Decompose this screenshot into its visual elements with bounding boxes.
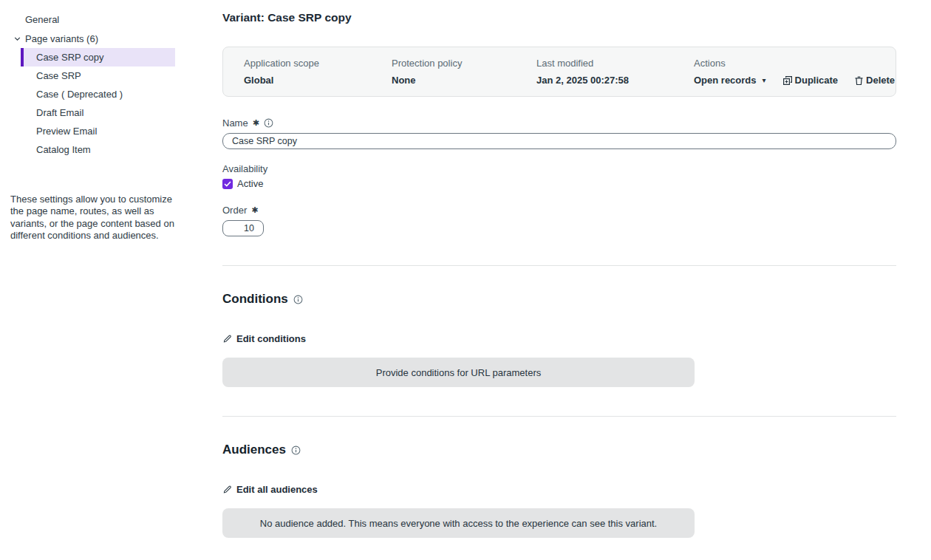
name-field-group: Name ✱: [222, 117, 896, 149]
sidebar-item-label: Preview Email: [36, 126, 97, 137]
sidebar-item-general[interactable]: General: [0, 10, 192, 29]
required-asterisk-icon: ✱: [251, 206, 258, 214]
section-divider: [222, 265, 896, 266]
summary-application-scope: Application scope Global: [244, 58, 392, 86]
sidebar-item-preview-email[interactable]: Preview Email: [21, 122, 175, 140]
page-title: Variant: Case SRP copy: [222, 11, 896, 24]
info-icon[interactable]: [291, 445, 301, 455]
caret-down-icon: ▾: [763, 76, 766, 84]
audiences-heading-row: Audiences: [222, 443, 896, 457]
summary-value: Global: [244, 75, 392, 86]
order-field-group: Order ✱: [222, 205, 896, 236]
open-records-dropdown[interactable]: Open records ▾: [694, 75, 766, 86]
main-content: Variant: Case SRP copy Application scope…: [222, 0, 896, 560]
summary-value: None: [392, 75, 536, 86]
name-input[interactable]: [222, 133, 896, 149]
required-asterisk-icon: ✱: [253, 119, 259, 127]
active-checkbox[interactable]: [222, 179, 233, 189]
page: General Page variants (6) Case SRP copy …: [0, 0, 931, 560]
duplicate-button[interactable]: Duplicate: [782, 75, 839, 86]
order-field-label-row: Order ✱: [222, 205, 896, 216]
name-field-label: Name: [222, 117, 248, 129]
summary-label: Last modified: [536, 58, 694, 69]
summary-last-modified: Last modified Jan 2, 2025 00:27:58: [536, 58, 694, 86]
conditions-heading-row: Conditions: [222, 292, 896, 307]
sidebar-item-label: General: [25, 14, 59, 25]
sidebar-group-label: Page variants (6): [25, 33, 98, 44]
conditions-heading: Conditions: [222, 292, 288, 307]
summary-label: Actions: [694, 58, 896, 69]
info-icon[interactable]: [264, 118, 273, 128]
order-input[interactable]: [222, 220, 264, 236]
duplicate-label: Duplicate: [795, 75, 839, 86]
sidebar-item-draft-email[interactable]: Draft Email: [21, 103, 175, 122]
pencil-icon: [222, 334, 232, 344]
audiences-empty-banner: No audience added. This means everyone w…: [222, 508, 695, 538]
name-field-label-row: Name ✱: [222, 117, 896, 129]
summary-label: Application scope: [244, 58, 392, 69]
summary-actions: Actions Open records ▾: [694, 58, 896, 86]
availability-label: Availability: [222, 163, 896, 174]
section-divider: [222, 416, 896, 417]
summary-protection-policy: Protection policy None: [392, 58, 536, 86]
delete-label: Delete: [866, 75, 895, 86]
pencil-icon: [222, 485, 232, 494]
sidebar-item-label: Draft Email: [36, 107, 83, 118]
sidebar-item-label: Case SRP: [36, 70, 81, 81]
trash-icon: [854, 75, 864, 86]
info-icon[interactable]: [293, 295, 303, 304]
availability-group: Availability Active: [222, 163, 896, 189]
sidebar: General Page variants (6) Case SRP copy …: [0, 0, 192, 560]
open-records-label: Open records: [694, 75, 757, 86]
record-summary-bar: Application scope Global Protection poli…: [222, 47, 896, 97]
edit-conditions-button[interactable]: Edit conditions: [222, 333, 306, 344]
sidebar-item-case-deprecated[interactable]: Case ( Deprecated ): [21, 85, 175, 103]
delete-button[interactable]: Delete: [854, 75, 895, 86]
sidebar-item-case-srp[interactable]: Case SRP: [21, 66, 175, 85]
sidebar-item-catalog-item[interactable]: Catalog Item: [21, 140, 175, 159]
edit-all-audiences-label: Edit all audiences: [236, 484, 318, 495]
audiences-heading: Audiences: [222, 443, 286, 457]
sidebar-item-label: Case ( Deprecated ): [36, 89, 123, 100]
duplicate-icon: [782, 75, 793, 86]
sidebar-item-label: Catalog Item: [36, 144, 91, 155]
sidebar-item-case-srp-copy[interactable]: Case SRP copy: [21, 48, 175, 66]
edit-conditions-label: Edit conditions: [236, 333, 306, 344]
sidebar-item-label: Case SRP copy: [36, 52, 104, 63]
order-field-label: Order: [222, 205, 247, 216]
summary-label: Protection policy: [392, 58, 536, 69]
chevron-down-icon: [13, 35, 21, 43]
summary-value: Jan 2, 2025 00:27:58: [536, 75, 694, 86]
active-checkbox-label: Active: [237, 178, 263, 189]
sidebar-group-page-variants[interactable]: Page variants (6): [0, 29, 192, 48]
conditions-empty-banner: Provide conditions for URL parameters: [222, 358, 695, 387]
edit-all-audiences-button[interactable]: Edit all audiences: [222, 484, 318, 495]
sidebar-description: These settings allow you to customize th…: [10, 194, 174, 242]
